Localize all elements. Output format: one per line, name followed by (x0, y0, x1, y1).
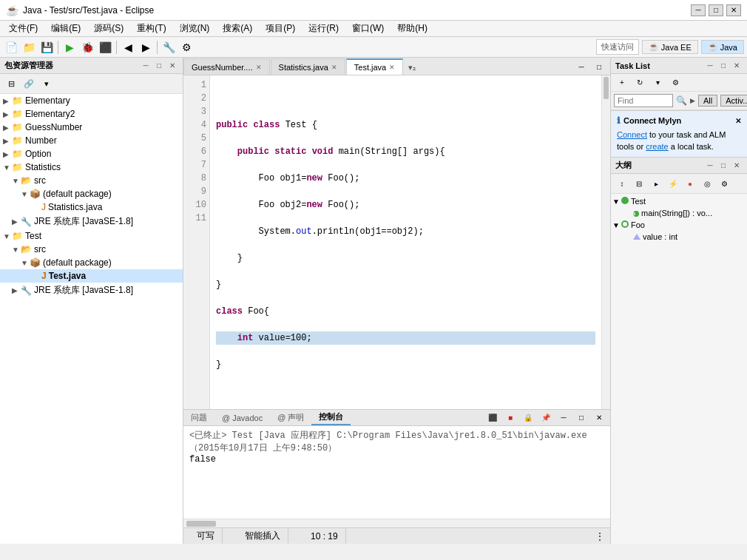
tree-statistics-src[interactable]: ▼ 📂 src (0, 174, 183, 187)
menu-run[interactable]: 运行(R) (302, 21, 345, 36)
menu-navigate[interactable]: 浏览(N) (174, 21, 216, 36)
tb-open[interactable]: 📁 (21, 39, 37, 55)
panel-minimize[interactable]: ─ (140, 60, 152, 72)
tab-close[interactable]: ✕ (389, 64, 395, 71)
outline-filter5[interactable]: ⚙ (716, 175, 732, 192)
tb-back[interactable]: ◀ (120, 39, 136, 55)
tab-declaration[interactable]: @ 声明 (270, 411, 311, 425)
task-more[interactable]: ⚙ (667, 75, 683, 91)
outline-hide[interactable]: ⊟ (631, 175, 647, 192)
menu-edit[interactable]: 编辑(E) (45, 21, 87, 36)
code-line-1 (216, 92, 595, 105)
create-link[interactable]: create (646, 142, 669, 151)
task-minimize[interactable]: ─ (704, 60, 716, 72)
tab-guessnumber[interactable]: GuessNumber.... ✕ (183, 58, 270, 75)
java-ee-button[interactable]: ☕ Java EE (642, 40, 698, 54)
console-terminate[interactable]: ■ (502, 410, 518, 426)
tree-test-jre[interactable]: ▶ 🔧 JRE 系统库 [JavaSE-1.8] (0, 283, 183, 298)
find-input[interactable] (614, 94, 673, 107)
tab-test[interactable]: Test.java ✕ (346, 58, 403, 75)
panel-maximize[interactable]: □ (153, 60, 165, 72)
panel-close[interactable]: ✕ (166, 60, 178, 72)
scrollbar-vertical[interactable] (601, 75, 610, 409)
java-button[interactable]: ☕ Java (701, 40, 744, 54)
outline-filter2[interactable]: ⚡ (665, 175, 681, 192)
console-clear[interactable]: ⬛ (484, 410, 501, 426)
outline-main-method[interactable]: s main(String[]) : vo... (612, 207, 746, 219)
tab-problems[interactable]: 问题 (183, 411, 214, 425)
scrollbar-thumb-h[interactable] (186, 521, 216, 527)
tb-misc1[interactable]: 🔧 (160, 39, 177, 55)
tb-stop[interactable]: ⬛ (97, 39, 113, 55)
console-close[interactable]: ✕ (591, 410, 607, 426)
menu-file[interactable]: 文件(F) (3, 21, 44, 36)
editor-maximize[interactable]: □ (591, 58, 607, 75)
collapse-all[interactable]: ⊟ (3, 75, 19, 92)
editor-minimize[interactable]: ─ (573, 58, 589, 75)
link-with-editor[interactable]: 🔗 (21, 75, 37, 92)
tree-elementary2[interactable]: ▶ 📁 Elementary2 (0, 107, 183, 121)
tree-statistics[interactable]: ▼ 📁 Statistics (0, 161, 183, 174)
menu-source[interactable]: 源码(S) (88, 21, 129, 36)
outline-filter4[interactable]: ◎ (699, 175, 715, 192)
outline-value-field[interactable]: value : int (612, 231, 746, 243)
outline-filter1[interactable]: ▸ (648, 175, 664, 192)
tb-misc2[interactable]: ⚙ (178, 39, 195, 55)
outline-test-class[interactable]: ▼ Test (612, 195, 746, 207)
tree-guessnumber[interactable]: ▶ 📁 GuessNumber (0, 121, 183, 134)
tree-elementary[interactable]: ▶ 📁 Elementary (0, 94, 183, 107)
tree-statistics-java[interactable]: J Statistics.java (0, 200, 183, 214)
task-sync[interactable]: ↻ (632, 75, 648, 91)
scrollbar-thumb[interactable] (604, 77, 609, 99)
tab-console[interactable]: 控制台 (311, 410, 351, 425)
tree-statistics-jre[interactable]: ▶ 🔧 JRE 系统库 [JavaSE-1.8] (0, 214, 183, 229)
tree-test[interactable]: ▼ 📁 Test (0, 229, 183, 243)
task-add[interactable]: + (614, 75, 630, 91)
tree-statistics-default[interactable]: ▼ 📦 (default package) (0, 187, 183, 200)
console-scroll-lock[interactable]: 🔒 (520, 410, 536, 426)
tree-test-java[interactable]: J Test.java (0, 269, 183, 283)
task-close[interactable]: ✕ (731, 60, 743, 72)
menu-search[interactable]: 搜索(A) (217, 21, 258, 36)
menu-refactor[interactable]: 重构(T) (131, 21, 172, 36)
tree-option[interactable]: ▶ 📁 Option (0, 147, 183, 161)
close-button[interactable]: ✕ (726, 4, 741, 16)
minimize-button[interactable]: ─ (691, 4, 706, 16)
tb-new[interactable]: 📄 (3, 39, 19, 55)
outline-filter3[interactable]: ● (682, 175, 698, 192)
outline-foo-class[interactable]: ▼ Foo (612, 219, 746, 231)
tab-close[interactable]: ✕ (331, 64, 337, 71)
console-maximize[interactable]: □ (573, 410, 589, 426)
tab-close[interactable]: ✕ (256, 64, 262, 71)
connect-link[interactable]: Connect (617, 130, 647, 139)
outline-minimize[interactable]: ─ (704, 160, 716, 172)
mylyn-close[interactable]: ✕ (735, 117, 741, 125)
filter-all[interactable]: All (698, 95, 717, 107)
filter-active[interactable]: Activ... (720, 95, 747, 107)
outline-maximize[interactable]: □ (717, 160, 729, 172)
tree-test-src[interactable]: ▼ 📂 src (0, 243, 183, 256)
maximize-button[interactable]: □ (709, 4, 723, 16)
tb-run[interactable]: ▶ (61, 39, 78, 55)
tb-forward[interactable]: ▶ (138, 39, 154, 55)
view-menu[interactable]: ▾ (38, 75, 55, 92)
expand-icon: ▼ (612, 221, 621, 229)
tree-number[interactable]: ▶ 📁 Number (0, 134, 183, 147)
outline-sort[interactable]: ↕ (614, 175, 630, 192)
console-pin[interactable]: 📌 (538, 410, 554, 426)
tab-extra[interactable]: ▾₂ (404, 61, 420, 75)
task-maximize[interactable]: □ (717, 60, 729, 72)
task-filter[interactable]: ▾ (649, 75, 666, 91)
console-minimize[interactable]: ─ (555, 410, 572, 426)
tb-debug[interactable]: 🐞 (79, 39, 95, 55)
code-content[interactable]: public class Test { public static void m… (210, 75, 601, 409)
tab-statistics[interactable]: Statistics.java ✕ (271, 58, 345, 75)
menu-help[interactable]: 帮助(H) (391, 21, 433, 36)
menu-window[interactable]: 窗口(W) (346, 21, 390, 36)
menu-project[interactable]: 项目(P) (260, 21, 301, 36)
outline-close[interactable]: ✕ (731, 160, 743, 172)
tb-save[interactable]: 💾 (38, 39, 55, 55)
tree-test-default[interactable]: ▼ 📦 (default package) (0, 256, 183, 269)
tab-javadoc[interactable]: @ Javadoc (214, 412, 270, 424)
console-scrollbar-h[interactable] (183, 519, 610, 527)
